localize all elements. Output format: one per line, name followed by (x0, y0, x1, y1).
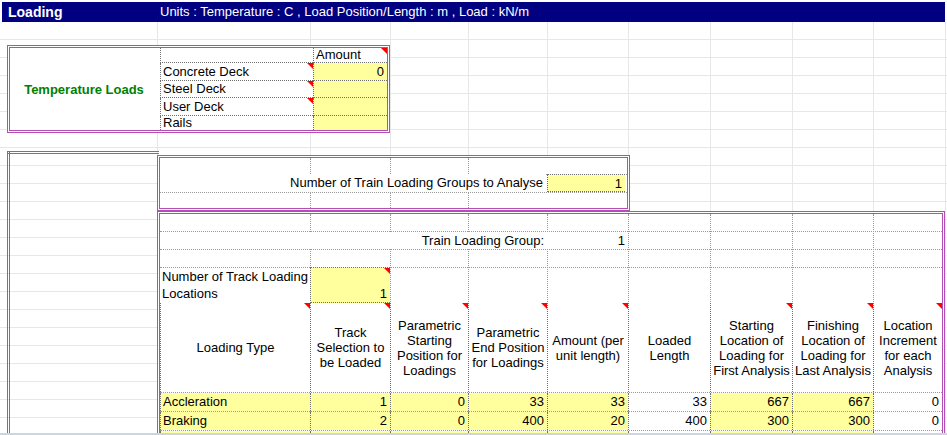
table-row-cell[interactable]: 0 (390, 412, 468, 430)
column-header-parametric-end: Parametric End Position for Loadings (468, 303, 547, 392)
sheet-header-bar: Loading Units : Temperature : C , Load P… (2, 2, 945, 22)
temperature-loads-panel: Temperature Loads Amount Concrete Deck 0… (7, 45, 390, 133)
temp-amount-input-cell[interactable] (313, 116, 387, 130)
track-locations-input-cell[interactable]: 1 (310, 267, 390, 303)
table-row-cell[interactable]: 667 (792, 393, 873, 411)
table-row-cell[interactable]: 0 (390, 393, 468, 411)
temp-amount-input-cell[interactable]: 0 (313, 63, 387, 81)
temp-row-label: Rails (160, 116, 313, 130)
temp-row-label: Concrete Deck (160, 63, 313, 81)
train-group-number-cell[interactable]: 1 (547, 232, 628, 249)
section-outer-border (7, 151, 159, 154)
table-row-cell[interactable]: 2 (310, 412, 390, 430)
amount-column-header: Amount (313, 48, 387, 63)
table-row-cell[interactable]: Braking (160, 412, 310, 430)
temp-row-label: Steel Deck (160, 81, 313, 98)
comment-indicator-icon (381, 48, 387, 54)
section-outer-border (7, 151, 10, 435)
table-row-cell[interactable]: 0 (873, 412, 942, 430)
column-header-parametric-start: Parametric Starting Position for Loading… (390, 303, 468, 392)
comment-indicator-icon (936, 303, 942, 309)
column-header-loading-type: Loading Type (160, 303, 310, 392)
table-row-cell[interactable]: 400 (628, 412, 710, 430)
table-row-cell[interactable]: 33 (628, 393, 710, 411)
inner-gridline (160, 192, 627, 193)
column-gridline (945, 22, 946, 435)
temp-amount-input-cell[interactable] (313, 81, 387, 98)
page-title: Loading (8, 4, 62, 20)
train-groups-panel: Number of Train Loading Groups to Analys… (157, 155, 630, 211)
table-row-cell[interactable]: 300 (710, 412, 792, 430)
table-row-cell[interactable]: 0 (873, 393, 942, 411)
train-table-panel: Train Loading Group: 1 Number of Track L… (157, 211, 945, 435)
comment-indicator-icon (384, 268, 390, 274)
column-header-location-increment: Location Increment for each Analysis (873, 303, 942, 392)
column-header-amount: Amount (per unit length) (547, 303, 628, 392)
column-header-start-location: Starting Location of Loading for First A… (710, 303, 792, 392)
table-row-cell[interactable]: Accleration (160, 393, 310, 411)
table-row-cell[interactable]: 667 (710, 393, 792, 411)
train-groups-label: Number of Train Loading Groups to Analys… (160, 174, 545, 192)
table-row-cell[interactable]: 33 (468, 393, 547, 411)
column-header-finish-location: Finishing Location of Loading for Last A… (792, 303, 873, 392)
units-caption: Units : Temperature : C , Load Position/… (160, 2, 529, 22)
temp-amount-input-cell[interactable] (313, 98, 387, 116)
inner-gridline (160, 249, 942, 250)
table-row-cell[interactable]: 300 (792, 412, 873, 430)
table-row-cell[interactable]: 33 (547, 393, 628, 411)
train-groups-input-cell[interactable]: 1 (547, 174, 625, 192)
table-row-cell[interactable]: 20 (547, 412, 628, 430)
table-row-cell[interactable]: 400 (468, 412, 547, 430)
column-header-track-selection: Track Selection to be Loaded (310, 303, 390, 392)
temp-row-label: User Deck (160, 98, 313, 116)
column-header-loaded-length: Loaded Length (628, 303, 710, 392)
train-group-row-label: Train Loading Group: (310, 232, 547, 249)
spreadsheet-loading-sheet: Loading Units : Temperature : C , Load P… (0, 0, 947, 435)
spacer-cell (160, 48, 313, 63)
track-locations-label: Number of Track Loading Locations (160, 268, 310, 303)
temperature-loads-section-label: Temperature Loads (10, 48, 158, 130)
table-row-cell[interactable]: 1 (310, 393, 390, 411)
